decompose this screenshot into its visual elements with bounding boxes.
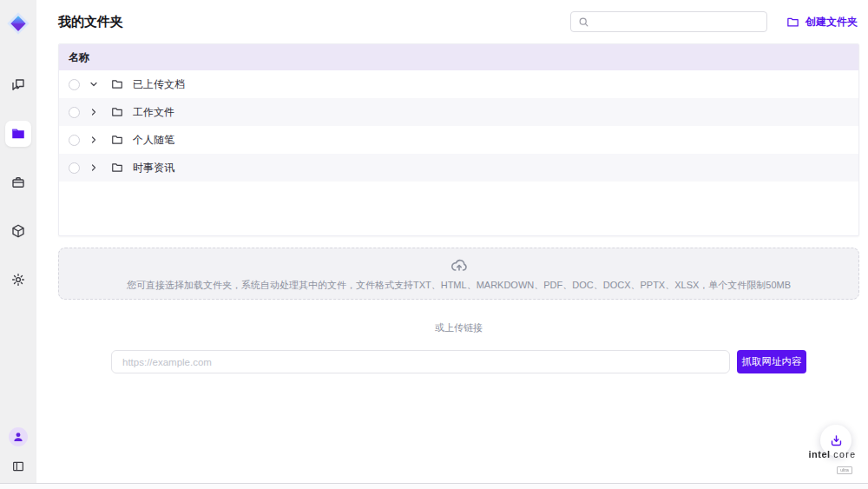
core-word: core [833, 449, 856, 459]
or-upload-link-label: 或上传链接 [58, 321, 859, 334]
chat-icon [10, 77, 26, 93]
table-row[interactable]: 时事资讯 [59, 154, 858, 182]
chevron-down-icon[interactable] [89, 79, 99, 89]
row-checkbox[interactable] [69, 135, 80, 146]
fetch-url-button[interactable]: 抓取网址内容 [737, 350, 806, 373]
search-box[interactable] [570, 11, 767, 32]
collapse-panel-button[interactable] [8, 456, 29, 477]
folder-name: 工作文件 [133, 105, 174, 120]
create-folder-button[interactable]: 创建文件夹 [786, 15, 858, 30]
folder-name: 个人随笔 [133, 133, 174, 148]
app-logo-icon [6, 11, 30, 36]
search-input[interactable] [595, 17, 760, 27]
chevron-right-icon[interactable] [89, 107, 99, 117]
row-checkbox[interactable] [69, 79, 80, 90]
sidebar-nav [5, 72, 31, 293]
chevron-right-icon[interactable] [89, 135, 99, 145]
topbar: 我的文件夹 创建文件夹 [58, 0, 859, 43]
table-row[interactable]: 个人随笔 [59, 126, 858, 154]
row-checkbox[interactable] [69, 162, 80, 174]
url-input[interactable] [111, 350, 730, 373]
folder-plus-icon [786, 16, 799, 29]
panel-icon [11, 459, 25, 473]
row-checkbox[interactable] [69, 107, 80, 118]
folder-name: 已上传文档 [133, 77, 185, 92]
column-name-header: 名称 [69, 50, 89, 65]
folder-icon [10, 126, 26, 142]
folder-icon [111, 134, 123, 146]
briefcase-icon [10, 175, 26, 190]
cube-icon [10, 223, 26, 239]
ultra-badge: ultra [837, 466, 852, 474]
sidebar-item-workspace[interactable] [5, 169, 31, 195]
sidebar [0, 0, 36, 489]
sidebar-bottom [8, 427, 29, 477]
main-content: 我的文件夹 创建文件夹 名称 [36, 0, 868, 373]
folder-table: 名称 已上传文档 工作文件 [58, 43, 859, 236]
person-icon [12, 431, 24, 443]
account-avatar[interactable] [9, 427, 28, 446]
folder-icon [111, 78, 123, 90]
upload-dropzone[interactable]: 您可直接选择加载文件夹，系统自动处理其中的文件，文件格式支持TXT、HTML、M… [58, 248, 859, 300]
search-icon [578, 17, 589, 28]
cloud-upload-icon [450, 256, 469, 275]
url-upload-row: 抓取网址内容 [111, 350, 806, 373]
chevron-right-icon[interactable] [89, 162, 99, 173]
create-folder-label: 创建文件夹 [806, 15, 858, 30]
sidebar-item-settings[interactable] [5, 267, 31, 293]
sidebar-item-chat[interactable] [5, 72, 31, 98]
sidebar-item-folders[interactable] [5, 121, 31, 147]
bottom-divider [0, 483, 868, 489]
table-row[interactable]: 已上传文档 [59, 70, 858, 98]
download-icon [829, 433, 844, 448]
table-row[interactable]: 工作文件 [59, 98, 858, 126]
intel-word: intel [808, 449, 830, 459]
folder-icon [111, 106, 123, 118]
upload-hint: 您可直接选择加载文件夹，系统自动处理其中的文件，文件格式支持TXT、HTML、M… [127, 279, 791, 292]
table-body: 已上传文档 工作文件 个人随笔 [59, 70, 858, 182]
folder-icon [111, 162, 123, 174]
sidebar-item-models[interactable] [5, 218, 31, 244]
page-title: 我的文件夹 [58, 14, 123, 30]
table-header: 名称 [59, 44, 858, 70]
folder-name: 时事资讯 [133, 161, 174, 175]
gear-icon [10, 272, 26, 287]
intel-core-logo: intel core ultra [805, 449, 860, 475]
